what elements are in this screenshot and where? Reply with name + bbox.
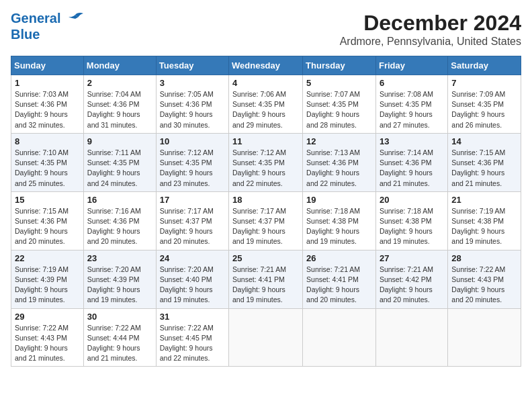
- day-number: 24: [160, 253, 225, 263]
- table-row: 24 Sunrise: 7:20 AM Sunset: 4:40 PM Dayl…: [156, 250, 228, 308]
- table-row: 31 Sunrise: 7:22 AM Sunset: 4:45 PM Dayl…: [156, 308, 228, 367]
- col-monday: Monday: [83, 56, 156, 75]
- day-number: 26: [306, 253, 372, 263]
- day-number: 2: [87, 78, 152, 88]
- day-info: Sunrise: 7:22 AM Sunset: 4:43 PM Dayligh…: [451, 265, 517, 306]
- day-info: Sunrise: 7:20 AM Sunset: 4:40 PM Dayligh…: [160, 265, 225, 306]
- day-info: Sunrise: 7:14 AM Sunset: 4:36 PM Dayligh…: [380, 148, 444, 189]
- table-row: [375, 308, 447, 367]
- day-info: Sunrise: 7:15 AM Sunset: 4:36 PM Dayligh…: [451, 148, 517, 189]
- day-number: 14: [451, 136, 517, 146]
- day-number: 10: [160, 136, 225, 146]
- day-number: 18: [232, 195, 299, 205]
- day-number: 3: [160, 78, 225, 88]
- day-info: Sunrise: 7:08 AM Sunset: 4:35 PM Dayligh…: [380, 89, 444, 130]
- day-number: 7: [451, 78, 517, 88]
- page-subtitle: Ardmore, Pennsylvania, United States: [340, 36, 521, 48]
- table-row: 26 Sunrise: 7:21 AM Sunset: 4:41 PM Dayl…: [303, 250, 376, 308]
- table-row: 11 Sunrise: 7:12 AM Sunset: 4:35 PM Dayl…: [229, 133, 303, 191]
- logo: General Blue: [11, 11, 85, 42]
- table-row: [303, 308, 376, 367]
- day-number: 23: [87, 253, 152, 263]
- day-number: 4: [232, 78, 299, 88]
- title-block: December 2024 Ardmore, Pennsylvania, Uni…: [340, 11, 521, 48]
- table-row: 25 Sunrise: 7:21 AM Sunset: 4:41 PM Dayl…: [229, 250, 303, 308]
- table-row: 1 Sunrise: 7:03 AM Sunset: 4:36 PM Dayli…: [11, 75, 84, 134]
- col-wednesday: Wednesday: [229, 56, 303, 75]
- day-number: 15: [15, 195, 80, 205]
- table-row: 18 Sunrise: 7:17 AM Sunset: 4:37 PM Dayl…: [229, 191, 303, 250]
- day-info: Sunrise: 7:04 AM Sunset: 4:36 PM Dayligh…: [87, 89, 152, 130]
- day-info: Sunrise: 7:17 AM Sunset: 4:37 PM Dayligh…: [232, 206, 299, 247]
- day-info: Sunrise: 7:19 AM Sunset: 4:38 PM Dayligh…: [451, 206, 517, 247]
- day-number: 30: [87, 312, 152, 322]
- calendar-header-row: Sunday Monday Tuesday Wednesday Thursday…: [11, 56, 521, 75]
- day-info: Sunrise: 7:11 AM Sunset: 4:35 PM Dayligh…: [87, 148, 152, 189]
- day-info: Sunrise: 7:09 AM Sunset: 4:35 PM Dayligh…: [451, 89, 517, 130]
- table-row: 14 Sunrise: 7:15 AM Sunset: 4:36 PM Dayl…: [448, 133, 521, 191]
- table-row: 22 Sunrise: 7:19 AM Sunset: 4:39 PM Dayl…: [11, 250, 84, 308]
- day-info: Sunrise: 7:19 AM Sunset: 4:39 PM Dayligh…: [15, 265, 80, 306]
- table-row: 4 Sunrise: 7:06 AM Sunset: 4:35 PM Dayli…: [229, 75, 303, 134]
- table-row: 27 Sunrise: 7:21 AM Sunset: 4:42 PM Dayl…: [375, 250, 447, 308]
- table-row: 28 Sunrise: 7:22 AM Sunset: 4:43 PM Dayl…: [448, 250, 521, 308]
- calendar-week-row: 1 Sunrise: 7:03 AM Sunset: 4:36 PM Dayli…: [11, 75, 521, 134]
- day-info: Sunrise: 7:16 AM Sunset: 4:36 PM Dayligh…: [87, 206, 152, 247]
- table-row: 12 Sunrise: 7:13 AM Sunset: 4:36 PM Dayl…: [303, 133, 376, 191]
- col-sunday: Sunday: [11, 56, 84, 75]
- day-info: Sunrise: 7:17 AM Sunset: 4:37 PM Dayligh…: [160, 206, 225, 247]
- day-number: 17: [160, 195, 225, 205]
- day-number: 1: [15, 78, 80, 88]
- table-row: 6 Sunrise: 7:08 AM Sunset: 4:35 PM Dayli…: [375, 75, 447, 134]
- day-number: 31: [160, 312, 225, 322]
- day-info: Sunrise: 7:15 AM Sunset: 4:36 PM Dayligh…: [15, 206, 80, 247]
- table-row: 19 Sunrise: 7:18 AM Sunset: 4:38 PM Dayl…: [303, 191, 376, 250]
- day-number: 29: [15, 312, 80, 322]
- day-info: Sunrise: 7:18 AM Sunset: 4:38 PM Dayligh…: [380, 206, 444, 247]
- page-title: December 2024: [340, 11, 521, 36]
- table-row: 30 Sunrise: 7:22 AM Sunset: 4:44 PM Dayl…: [83, 308, 156, 367]
- day-number: 21: [451, 195, 517, 205]
- day-number: 5: [306, 78, 372, 88]
- table-row: 8 Sunrise: 7:10 AM Sunset: 4:35 PM Dayli…: [11, 133, 84, 191]
- table-row: [448, 308, 521, 367]
- day-info: Sunrise: 7:22 AM Sunset: 4:43 PM Dayligh…: [15, 323, 80, 364]
- day-number: 25: [232, 253, 299, 263]
- calendar-week-row: 8 Sunrise: 7:10 AM Sunset: 4:35 PM Dayli…: [11, 133, 521, 191]
- day-number: 9: [87, 136, 152, 146]
- day-number: 8: [15, 136, 80, 146]
- day-info: Sunrise: 7:22 AM Sunset: 4:45 PM Dayligh…: [160, 323, 225, 364]
- calendar-week-row: 29 Sunrise: 7:22 AM Sunset: 4:43 PM Dayl…: [11, 308, 521, 367]
- table-row: 20 Sunrise: 7:18 AM Sunset: 4:38 PM Dayl…: [375, 191, 447, 250]
- table-row: 16 Sunrise: 7:16 AM Sunset: 4:36 PM Dayl…: [83, 191, 156, 250]
- table-row: [229, 308, 303, 367]
- day-number: 22: [15, 253, 80, 263]
- day-number: 19: [306, 195, 372, 205]
- table-row: 15 Sunrise: 7:15 AM Sunset: 4:36 PM Dayl…: [11, 191, 84, 250]
- day-number: 27: [380, 253, 444, 263]
- day-info: Sunrise: 7:22 AM Sunset: 4:44 PM Dayligh…: [87, 323, 152, 364]
- day-info: Sunrise: 7:20 AM Sunset: 4:39 PM Dayligh…: [87, 265, 152, 306]
- day-number: 12: [306, 136, 372, 146]
- table-row: 2 Sunrise: 7:04 AM Sunset: 4:36 PM Dayli…: [83, 75, 156, 134]
- col-friday: Friday: [375, 56, 447, 75]
- table-row: 17 Sunrise: 7:17 AM Sunset: 4:37 PM Dayl…: [156, 191, 228, 250]
- col-thursday: Thursday: [303, 56, 376, 75]
- calendar-week-row: 15 Sunrise: 7:15 AM Sunset: 4:36 PM Dayl…: [11, 191, 521, 250]
- page-header: General Blue December 2024 Ardmore, Penn…: [11, 11, 521, 48]
- day-number: 11: [232, 136, 299, 146]
- table-row: 13 Sunrise: 7:14 AM Sunset: 4:36 PM Dayl…: [375, 133, 447, 191]
- table-row: 3 Sunrise: 7:05 AM Sunset: 4:36 PM Dayli…: [156, 75, 228, 134]
- day-info: Sunrise: 7:07 AM Sunset: 4:35 PM Dayligh…: [306, 89, 372, 130]
- table-row: 29 Sunrise: 7:22 AM Sunset: 4:43 PM Dayl…: [11, 308, 84, 367]
- table-row: 10 Sunrise: 7:12 AM Sunset: 4:35 PM Dayl…: [156, 133, 228, 191]
- day-info: Sunrise: 7:13 AM Sunset: 4:36 PM Dayligh…: [306, 148, 372, 189]
- day-info: Sunrise: 7:05 AM Sunset: 4:36 PM Dayligh…: [160, 89, 225, 130]
- calendar-table: Sunday Monday Tuesday Wednesday Thursday…: [11, 56, 521, 367]
- day-info: Sunrise: 7:21 AM Sunset: 4:41 PM Dayligh…: [306, 265, 372, 306]
- day-info: Sunrise: 7:12 AM Sunset: 4:35 PM Dayligh…: [232, 148, 299, 189]
- col-saturday: Saturday: [448, 56, 521, 75]
- calendar-week-row: 22 Sunrise: 7:19 AM Sunset: 4:39 PM Dayl…: [11, 250, 521, 308]
- logo-text-blue: Blue: [11, 27, 85, 42]
- day-info: Sunrise: 7:18 AM Sunset: 4:38 PM Dayligh…: [306, 206, 372, 247]
